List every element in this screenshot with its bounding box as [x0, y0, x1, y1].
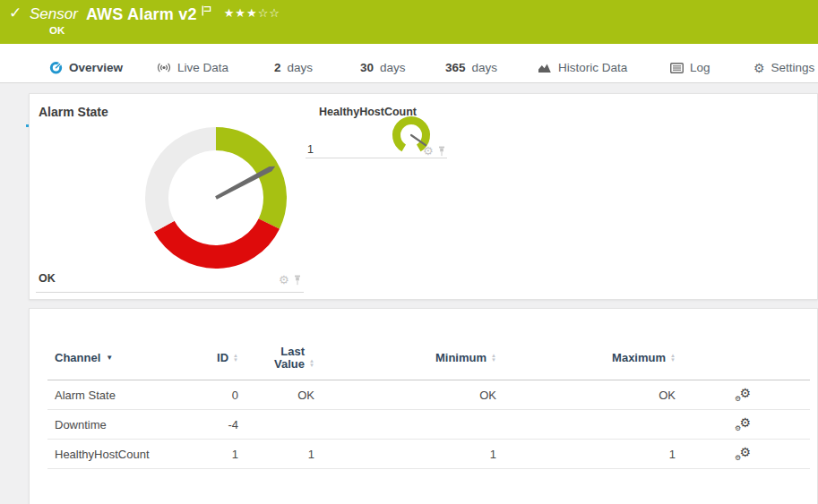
gauge-segment-empty	[157, 139, 216, 226]
cell-channel[interactable]: HealthyHostCount	[47, 448, 182, 461]
sensor-kind-label: Sensor	[30, 4, 78, 24]
tab-historic-data[interactable]: Historic Data	[538, 61, 627, 74]
table-row-healthy-host-count: HealthyHostCount 1 1 1 1 ⚙⚙	[47, 440, 810, 469]
tab-settings-label: Settings	[771, 61, 815, 74]
cell-maximum: 1	[496, 448, 676, 461]
small-gauge-arc	[397, 121, 426, 149]
channel-table-header: Channel ▼ ID ▲▼ LastValue ▲▼ Minimum ▲▼ …	[47, 336, 810, 380]
status-check-icon: ✓	[9, 4, 22, 22]
sensor-name: AWS Alarm v2	[86, 4, 197, 24]
channel-settings-gears-icon[interactable]: ⚙⚙	[735, 447, 751, 461]
gauge-icon	[49, 61, 63, 74]
sort-icon: ▲▼	[670, 354, 676, 363]
sensor-status-text: OK	[49, 25, 65, 36]
channel-table: Channel ▼ ID ▲▼ LastValue ▲▼ Minimum ▲▼ …	[47, 336, 810, 469]
sort-descending-icon: ▼	[106, 355, 113, 362]
gauge-footer-divider	[36, 292, 304, 293]
broadcast-icon	[157, 62, 171, 73]
tab-2-days[interactable]: 2 days	[274, 61, 313, 74]
flag-icon[interactable]	[202, 5, 211, 16]
tab-live-data[interactable]: Live Data	[157, 61, 228, 74]
tab-2-days-label: days	[288, 61, 314, 74]
tab-30-days-label: days	[380, 61, 406, 74]
table-row-downtime: Downtime -4 ⚙⚙	[47, 410, 810, 440]
alarm-state-gauge-title: Alarm State	[39, 105, 108, 119]
healthy-host-count-gauge-value: 1	[307, 143, 314, 156]
cell-id: 1	[182, 448, 238, 461]
alarm-state-gauge-tools: ⚙	[279, 274, 302, 286]
column-header-channel-label: Channel	[55, 351, 100, 364]
tab-30-days-number: 30	[360, 61, 374, 74]
gauge-footer-divider	[306, 158, 447, 158]
cell-id: 0	[182, 389, 238, 402]
cell-last-value: OK	[238, 389, 314, 402]
tab-30-days[interactable]: 30 days	[360, 61, 406, 74]
cell-id: -4	[182, 418, 238, 431]
gauge-settings-gear-icon[interactable]: ⚙	[423, 145, 434, 157]
tab-log[interactable]: Log	[670, 61, 710, 74]
tab-live-data-label: Live Data	[177, 61, 228, 74]
pin-icon[interactable]	[293, 275, 302, 286]
alarm-state-gauge-value: OK	[39, 272, 56, 285]
channel-table-panel: Channel ▼ ID ▲▼ LastValue ▲▼ Minimum ▲▼ …	[29, 308, 818, 504]
pin-icon[interactable]	[437, 146, 446, 157]
column-header-id[interactable]: ID ▲▼	[182, 351, 238, 364]
healthy-host-count-gauge-tools: ⚙	[423, 145, 446, 157]
area-chart-icon	[538, 62, 552, 73]
channel-settings-gears-icon[interactable]: ⚙⚙	[735, 388, 751, 402]
stars-filled: ★★★	[224, 6, 258, 20]
gauge-settings-gear-icon[interactable]: ⚙	[279, 274, 289, 286]
cell-maximum: OK	[496, 389, 676, 402]
channel-settings-gears-icon[interactable]: ⚙⚙	[735, 417, 751, 431]
priority-stars[interactable]: ★★★☆☆	[224, 6, 280, 20]
tab-365-days[interactable]: 365 days	[445, 61, 497, 74]
tab-365-days-label: days	[472, 61, 498, 74]
tab-settings[interactable]: ⚙ Settings	[753, 61, 814, 74]
log-icon	[670, 63, 684, 73]
cell-minimum: OK	[314, 389, 496, 402]
column-header-minimum-label: Minimum	[435, 351, 486, 364]
column-header-id-label: ID	[217, 351, 228, 364]
column-header-last-value-label: LastValue	[274, 346, 305, 371]
stars-empty: ☆☆	[258, 6, 280, 20]
column-header-maximum[interactable]: Maximum ▲▼	[496, 351, 676, 364]
table-row-alarm-state: Alarm State 0 OK OK OK ⚙⚙	[47, 380, 810, 410]
cell-minimum: 1	[314, 448, 496, 461]
gear-icon: ⚙	[753, 62, 765, 74]
column-header-minimum[interactable]: Minimum ▲▼	[314, 351, 496, 364]
column-header-channel[interactable]: Channel ▼	[47, 351, 182, 364]
tab-historic-data-label: Historic Data	[558, 61, 627, 74]
column-header-last-value[interactable]: LastValue ▲▼	[238, 346, 314, 371]
tab-365-days-number: 365	[445, 61, 466, 74]
overview-gauges-panel: Alarm State OK ⚙ HealthyHostCount 1 ⚙	[29, 93, 818, 300]
sensor-header: ✓ Sensor AWS Alarm v2 ★★★☆☆ OK	[0, 0, 818, 44]
gauge-segment-alarm	[164, 224, 269, 257]
tab-overview-label: Overview	[69, 61, 123, 74]
cell-last-value: 1	[238, 448, 314, 461]
tab-2-days-number: 2	[274, 61, 281, 74]
tab-bar: Overview Live Data 2 days 30 days 365 da…	[0, 44, 818, 83]
tab-log-label: Log	[690, 61, 710, 74]
alarm-state-gauge	[140, 117, 292, 278]
sensor-title-row: Sensor AWS Alarm v2 ★★★☆☆	[30, 4, 280, 24]
column-header-maximum-label: Maximum	[612, 351, 666, 364]
tab-overview[interactable]: Overview	[49, 61, 123, 74]
cell-channel[interactable]: Alarm State	[47, 389, 182, 402]
cell-channel[interactable]: Downtime	[47, 418, 182, 431]
